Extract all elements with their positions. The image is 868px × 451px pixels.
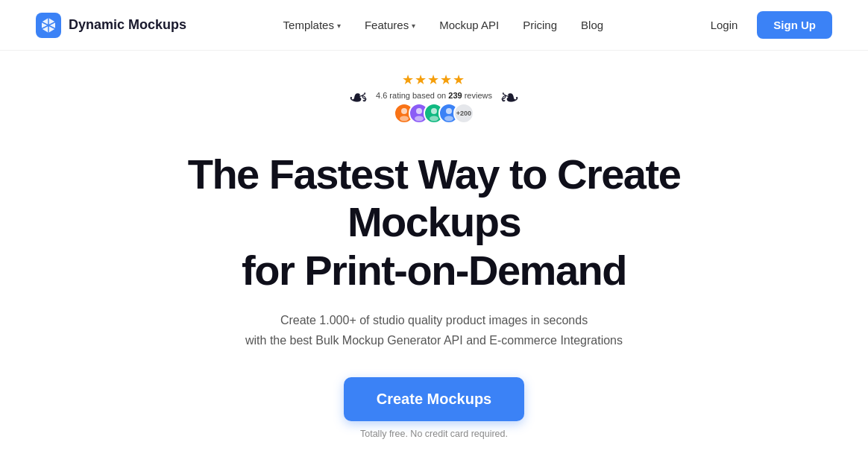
rating-text: 4.6 rating based on 239 reviews xyxy=(376,91,492,100)
svg-point-5 xyxy=(431,108,437,114)
nav-features[interactable]: Features ▾ xyxy=(354,13,426,37)
brand-name: Dynamic Mockups xyxy=(69,17,186,33)
navbar: Dynamic Mockups Templates ▾ Features ▾ M… xyxy=(0,0,868,51)
laurel-left-icon: ❧ xyxy=(348,86,368,110)
laurel-right-icon: ❧ xyxy=(500,86,520,110)
hero-section: ❧ ★★★★★ 4.6 rating based on 239 reviews xyxy=(0,51,868,451)
chevron-down-icon: ▾ xyxy=(412,22,415,30)
svg-point-4 xyxy=(415,116,424,122)
reviewer-avatars: +200 xyxy=(394,103,474,124)
chevron-down-icon: ▾ xyxy=(337,22,341,30)
laurel-container: ❧ ★★★★★ 4.6 rating based on 239 reviews xyxy=(348,72,520,124)
svg-point-1 xyxy=(401,108,407,114)
brand-logo[interactable]: Dynamic Mockups xyxy=(36,13,186,38)
nav-pricing[interactable]: Pricing xyxy=(512,13,567,37)
svg-point-2 xyxy=(400,116,409,122)
hero-subheadline: Create 1.000+ of studio quality product … xyxy=(245,311,623,350)
svg-point-8 xyxy=(444,116,453,122)
cta-subtext: Totally free. No credit card required. xyxy=(360,429,508,439)
logo-icon xyxy=(36,13,61,38)
svg-point-6 xyxy=(430,116,438,122)
nav-templates[interactable]: Templates ▾ xyxy=(273,13,351,37)
signup-button[interactable]: Sign Up xyxy=(757,11,832,39)
avatar-more: +200 xyxy=(453,103,474,124)
nav-auth: Login Sign Up xyxy=(700,11,832,39)
svg-point-7 xyxy=(446,108,452,114)
hero-headline: The Fastest Way to Create Mockups for Pr… xyxy=(151,151,717,294)
rating-badge: ❧ ★★★★★ 4.6 rating based on 239 reviews xyxy=(348,72,520,124)
svg-point-3 xyxy=(416,108,422,114)
nav-links: Templates ▾ Features ▾ Mockup API Pricin… xyxy=(273,13,614,37)
star-rating: ★★★★★ xyxy=(402,72,465,88)
login-button[interactable]: Login xyxy=(700,13,749,37)
nav-mockup-api[interactable]: Mockup API xyxy=(429,13,509,37)
nav-blog[interactable]: Blog xyxy=(570,13,614,37)
cta-section: Create Mockups Totally free. No credit c… xyxy=(344,377,525,439)
rating-inner: ★★★★★ 4.6 rating based on 239 reviews xyxy=(376,72,492,124)
create-mockups-button[interactable]: Create Mockups xyxy=(344,377,525,421)
